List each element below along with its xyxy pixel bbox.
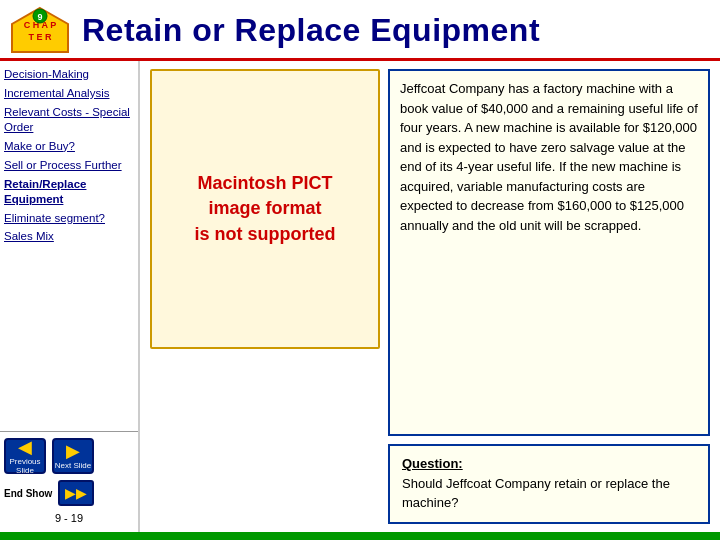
end-show-label: End Show: [4, 488, 52, 499]
main-text-content: Jeffcoat Company has a factory machine w…: [400, 81, 698, 233]
sidebar-item-incremental-analysis[interactable]: Incremental Analysis: [4, 86, 134, 101]
bottom-area: Question: Should Jeffcoat Company retain…: [150, 444, 710, 524]
content-top: Macintosh PICT image format is not suppo…: [150, 69, 710, 436]
page-number: 9 - 19: [4, 510, 134, 526]
sidebar-item-sales-mix[interactable]: Sales Mix: [4, 229, 134, 244]
svg-text:9: 9: [37, 12, 42, 22]
svg-text:T E R: T E R: [28, 32, 52, 42]
sidebar: Decision-MakingIncremental AnalysisRelev…: [0, 61, 140, 532]
next-slide-button[interactable]: ▶ Next Slide: [52, 438, 94, 474]
question-text: Should Jeffcoat Company retain or replac…: [402, 476, 670, 511]
content-area: Macintosh PICT image format is not suppo…: [140, 61, 720, 532]
sidebar-item-retain-replace[interactable]: Retain/Replace Equipment: [4, 177, 134, 207]
pict-line3: is not supported: [195, 224, 336, 244]
next-slide-label: Next Slide: [55, 461, 91, 470]
sidebar-nav: Decision-MakingIncremental AnalysisRelev…: [0, 65, 138, 431]
sidebar-item-relevant-costs[interactable]: Relevant Costs - Special Order: [4, 105, 134, 135]
sidebar-item-sell-or-process[interactable]: Sell or Process Further: [4, 158, 134, 173]
end-show-button[interactable]: ▶▶: [58, 480, 94, 506]
pict-line2: image format: [208, 198, 321, 218]
main-textbox: Jeffcoat Company has a factory machine w…: [388, 69, 710, 436]
prev-slide-label: Previous Slide: [6, 457, 44, 475]
end-show-icon: ▶▶: [65, 485, 87, 501]
pict-image-placeholder: Macintosh PICT image format is not suppo…: [150, 69, 380, 349]
end-show-area: End Show ▶▶: [4, 480, 134, 506]
next-arrow-icon: ▶: [66, 442, 80, 460]
pict-line1: Macintosh PICT: [197, 173, 332, 193]
header: C H A P T E R 9 Retain or Replace Equipm…: [0, 0, 720, 61]
nav-arrows: ◀ Previous Slide ▶ Next Slide: [4, 438, 134, 474]
chapter-logo: C H A P T E R 9: [10, 6, 70, 54]
page-title: Retain or Replace Equipment: [82, 12, 540, 49]
prev-slide-button[interactable]: ◀ Previous Slide: [4, 438, 46, 474]
pict-text: Macintosh PICT image format is not suppo…: [195, 171, 336, 247]
bottom-bar: [0, 532, 720, 540]
sidebar-item-eliminate-segment[interactable]: Eliminate segment?: [4, 211, 134, 226]
question-label: Question:: [402, 456, 463, 471]
question-box: Question: Should Jeffcoat Company retain…: [388, 444, 710, 524]
main-layout: Decision-MakingIncremental AnalysisRelev…: [0, 61, 720, 532]
prev-arrow-icon: ◀: [18, 438, 32, 456]
sidebar-item-make-or-buy[interactable]: Make or Buy?: [4, 139, 134, 154]
nav-buttons-area: ◀ Previous Slide ▶ Next Slide End Show ▶…: [0, 431, 138, 528]
sidebar-item-decision-making[interactable]: Decision-Making: [4, 67, 134, 82]
